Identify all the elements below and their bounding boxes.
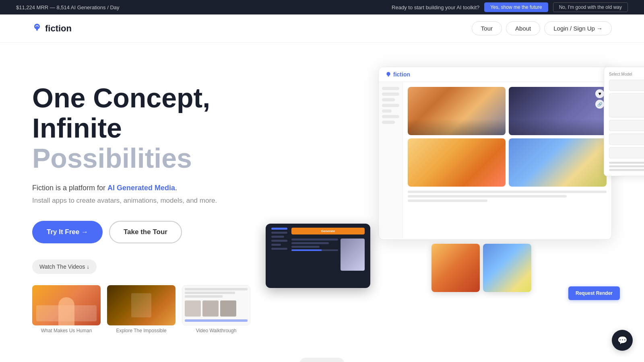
video-thumbnails: What Makes Us Human Explore The Impossib… (32, 285, 274, 333)
app-logo-text: fiction (393, 71, 410, 78)
dark-bar-1 (271, 232, 287, 234)
dark-bar-3 (271, 240, 287, 242)
chat-bubble-icon: 💬 (617, 335, 627, 345)
nav-login-btn[interactable]: Login / Sign Up → (544, 21, 612, 35)
img-link-icon: 🔗 (595, 100, 604, 109)
right-panel-fields (609, 80, 644, 158)
video-thumb-label-3: Video Walkthrough (182, 328, 250, 333)
banner-btn-yes[interactable]: Yes, show me the future (484, 2, 548, 12)
logo-text: fiction (45, 23, 72, 34)
hero-subtitle: Fiction is a platform for AI Generated M… (32, 183, 274, 193)
dark-text-bar-3 (291, 246, 320, 248)
sidebar-bar-5 (382, 109, 392, 113)
video-thumb-img-1 (32, 285, 101, 325)
logo-icon (32, 23, 42, 35)
video-thumb-2[interactable]: Explore The Impossible (107, 285, 175, 333)
hero-title-line2-start: Infinite (32, 113, 122, 143)
as-seen-in-btn[interactable]: As Seen In › (299, 358, 345, 362)
dark-bar-5 (271, 248, 287, 250)
dark-tablet-sidebar (271, 228, 287, 284)
person-silhouette (58, 297, 74, 325)
text-ph-1 (408, 191, 607, 193)
hero-subtitle-start: Fiction is a platform for (32, 184, 107, 192)
hero-title: One Concept, Infinite Possibilities (32, 83, 274, 173)
thumb3-img2 (202, 300, 219, 317)
video-thumb-img-2 (107, 285, 175, 325)
thumb3-bar1 (185, 288, 248, 290)
thumb2-bg (107, 285, 175, 325)
sidebar-bar-1 (382, 87, 399, 90)
right-panel: Select Model (604, 67, 644, 176)
hero-buttons: Try It Free → Take the Tour (32, 221, 274, 243)
right-panel-field-4 (609, 147, 644, 158)
dark-tablet: Generate (266, 224, 370, 288)
thumb1-bg (32, 285, 101, 325)
hero-title-line1: One Concept, (32, 82, 210, 113)
thumb3-bar2 (185, 292, 235, 294)
video-thumb-label-1: What Makes Us Human (32, 328, 101, 333)
hero-right: fiction (290, 75, 612, 276)
hero-title-possibilities: Possibilities (32, 143, 192, 173)
dark-bar-2 (271, 236, 284, 238)
app-main-area: ♥ 🔗 (403, 82, 611, 238)
right-panel-field-1 (609, 80, 644, 91)
video-thumb-1[interactable]: What Makes Us Human (32, 285, 101, 333)
hero-left: One Concept, Infinite Possibilities Fict… (32, 75, 274, 333)
watch-videos-btn[interactable]: Watch The Videos ↓ (32, 259, 97, 274)
rp-bar-2 (609, 165, 644, 167)
dark-progress-bar (291, 249, 338, 251)
request-render-btn[interactable]: Request Render (568, 286, 620, 300)
sidebar-bar-3 (382, 98, 395, 101)
banner-right: Ready to start building your AI toolkit?… (392, 2, 628, 12)
sidebar-bar-6 (382, 115, 399, 118)
sidebar-bar-4 (382, 104, 399, 107)
video-thumb-label-2: Explore The Impossible (107, 328, 175, 333)
chat-bubble[interactable]: 💬 (612, 330, 633, 351)
product-mockup: fiction (290, 67, 612, 276)
app-logo-small: fiction (385, 71, 410, 78)
text-ph-3 (408, 200, 487, 202)
top-banner: $11,224 MRR — 8,514 AI Generations / Day… (0, 0, 644, 14)
dark-progress-fill (291, 249, 322, 251)
app-window-body: ♥ 🔗 (379, 82, 611, 238)
app-window-header: fiction (379, 67, 611, 82)
text-ph-2 (408, 195, 567, 197)
grid-image-4 (509, 138, 607, 187)
as-seen-in-section: As Seen In › (0, 358, 644, 362)
main-content: One Concept, Infinite Possibilities Fict… (0, 43, 644, 350)
right-panel-textarea (609, 93, 644, 117)
dark-text-bar-1 (291, 239, 338, 241)
grid-image-1 (408, 87, 506, 135)
dark-generate-btn[interactable]: Generate (291, 228, 365, 234)
dark-tablet-main: Generate (291, 228, 365, 284)
right-panel-field-3 (609, 134, 644, 145)
grid-image-3 (408, 138, 506, 187)
grid-image-2: ♥ 🔗 (509, 87, 607, 135)
take-tour-btn[interactable]: Take the Tour (109, 221, 182, 243)
hero-subtitle-highlight: AI Generated Media (107, 184, 175, 192)
dark-text-area (291, 239, 338, 251)
rp-bar-3 (609, 169, 644, 171)
try-free-btn[interactable]: Try It Free → (32, 221, 103, 243)
app-text-area (408, 191, 607, 202)
hero-subtitle2: Install apps to create avatars, animatio… (32, 197, 274, 205)
nav-links: Tour About Login / Sign Up → (472, 21, 612, 35)
banner-btn-no[interactable]: No, I'm good with the old way (553, 2, 628, 12)
video-thumb-img-3 (182, 285, 250, 325)
hero-subtitle-end: . (175, 184, 177, 192)
banner-question: Ready to start building your AI toolkit? (392, 4, 479, 10)
dark-img-preview (341, 239, 365, 271)
logo[interactable]: fiction (32, 23, 72, 35)
dark-text-bar-2 (291, 242, 329, 244)
nav-about-btn[interactable]: About (506, 21, 540, 35)
thumb3-img1 (185, 300, 201, 317)
app-sidebar (379, 82, 403, 238)
rp-bar-1 (609, 162, 644, 164)
dark-bar-4 (271, 244, 281, 246)
img-heart-icon: ♥ (595, 89, 604, 98)
app-window: fiction (378, 67, 612, 240)
right-panel-bars (609, 162, 644, 171)
bottom-img-1 (431, 244, 480, 292)
nav-tour-btn[interactable]: Tour (472, 21, 502, 35)
video-thumb-3[interactable]: Video Walkthrough (182, 285, 250, 333)
